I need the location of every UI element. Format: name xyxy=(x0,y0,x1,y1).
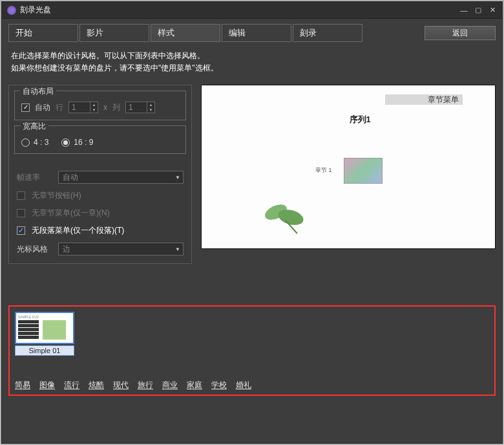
radio-16-9[interactable]: 16 : 9 xyxy=(61,138,93,147)
no-chapter-button-label: 无章节按钮(H) xyxy=(32,190,81,201)
menu-preview: 章节菜单 序列1 章节 1 xyxy=(201,85,496,249)
sequence-label: 序列1 xyxy=(350,114,371,125)
tab-burn[interactable]: 刻录 xyxy=(293,24,362,42)
maximize-button[interactable]: ▢ xyxy=(474,6,483,15)
auto-checkbox[interactable] xyxy=(21,103,30,112)
cat-simple[interactable]: 简易 xyxy=(15,380,30,391)
auto-layout-group: 自动布局 自动 行 1 ▲▼ x 列 1 ▲▼ xyxy=(14,91,186,120)
template-caption: Simple 01 xyxy=(15,345,74,356)
template-thumbnail: SAMPLE DVD xyxy=(15,312,74,344)
cat-family[interactable]: 家庭 xyxy=(187,380,202,391)
col-spinner[interactable]: 1 ▲▼ xyxy=(125,102,155,113)
no-chapter-button-checkbox xyxy=(17,191,25,200)
row-label: 行 xyxy=(56,102,63,113)
tab-edit[interactable]: 编辑 xyxy=(222,24,291,42)
cat-modern[interactable]: 现代 xyxy=(113,380,129,391)
back-button[interactable]: 返回 xyxy=(425,26,496,40)
no-paragraph-menu-checkbox[interactable] xyxy=(17,226,25,235)
no-chapter-menu-checkbox xyxy=(17,209,25,217)
thumb-caption: 章节 1 xyxy=(315,166,332,175)
auto-layout-legend: 自动布局 xyxy=(20,86,56,97)
cursor-style-label: 光标风格 xyxy=(17,244,52,255)
tab-style[interactable]: 样式 xyxy=(151,24,220,42)
cat-cool[interactable]: 炫酷 xyxy=(89,380,104,391)
radio-4-3[interactable]: 4 : 3 xyxy=(21,138,48,147)
cat-pop[interactable]: 流行 xyxy=(64,380,79,391)
tab-movie[interactable]: 影片 xyxy=(79,24,149,42)
aspect-ratio-group: 宽高比 4 : 3 16 : 9 xyxy=(14,125,186,154)
template-gallery: SAMPLE DVD Simple 01 简易 图像 流行 炫酷 现代 旅行 商… xyxy=(8,305,496,396)
no-chapter-menu-label: 无章节菜单(仅一章)(N) xyxy=(32,208,110,219)
col-label: 列 xyxy=(112,102,120,113)
cat-travel[interactable]: 旅行 xyxy=(138,380,153,391)
framerate-select[interactable]: 自动 ▼ xyxy=(58,171,184,184)
settings-panel: 自动布局 自动 行 1 ▲▼ x 列 1 ▲▼ xyxy=(8,85,192,264)
tab-start[interactable]: 开始 xyxy=(8,24,78,42)
x-label: x xyxy=(103,103,107,112)
leaf-icon xyxy=(260,198,311,237)
app-icon xyxy=(7,6,16,15)
template-item[interactable]: SAMPLE DVD Simple 01 xyxy=(15,312,74,356)
window-title: 刻录光盘 xyxy=(20,5,459,16)
cat-business[interactable]: 商业 xyxy=(162,380,178,391)
row-spinner[interactable]: 1 ▲▼ xyxy=(68,102,98,113)
cursor-style-select[interactable]: 边 ▼ xyxy=(58,243,184,255)
minimize-button[interactable]: — xyxy=(459,6,468,15)
app-window: 刻录光盘 — ▢ ✕ 开始 影片 样式 编辑 刻录 返回 在此选择菜单的设计风格… xyxy=(1,1,503,444)
framerate-label: 帧速率 xyxy=(17,172,52,183)
aspect-legend: 宽高比 xyxy=(20,121,48,132)
cat-wedding[interactable]: 婚礼 xyxy=(236,380,251,391)
cat-school[interactable]: 学校 xyxy=(211,380,227,391)
auto-label: 自动 xyxy=(35,102,50,113)
category-bar: 简易 图像 流行 炫酷 现代 旅行 商业 家庭 学校 婚礼 xyxy=(15,380,251,391)
close-button[interactable]: ✕ xyxy=(488,6,497,15)
tab-bar: 开始 影片 样式 编辑 刻录 返回 xyxy=(8,24,496,42)
chapter-menu-label: 章节菜单 xyxy=(428,94,459,105)
cat-image[interactable]: 图像 xyxy=(39,380,55,391)
titlebar: 刻录光盘 — ▢ ✕ xyxy=(2,2,502,19)
chapter-thumbnail xyxy=(344,158,383,184)
description-text: 在此选择菜单的设计风格。可以从下面列表中选择风格。 如果你想创建没有菜单的盘片，… xyxy=(11,50,493,74)
no-paragraph-menu-label: 无段落菜单(仅一个段落)(T) xyxy=(32,225,124,236)
